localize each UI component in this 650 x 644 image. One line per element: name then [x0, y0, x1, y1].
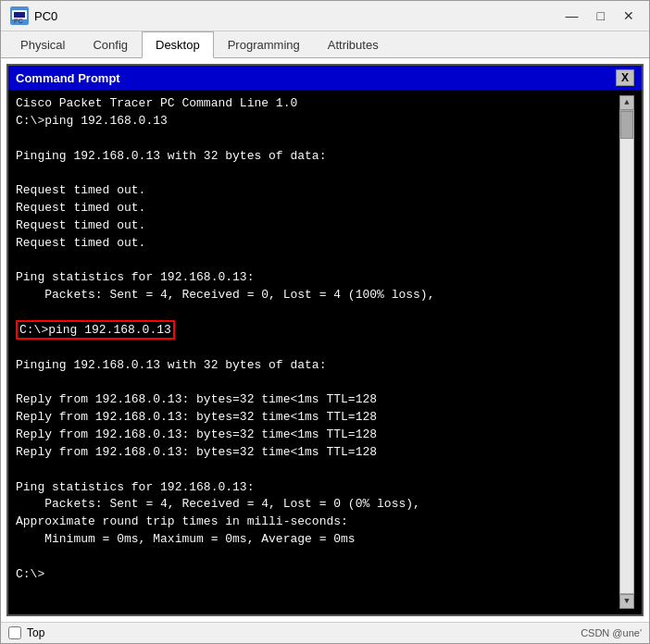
tab-config[interactable]: Config [79, 31, 142, 58]
window-controls: — □ ✕ [560, 6, 640, 25]
cmd-text-block2: Pinging 192.168.0.13 with 32 bytes of da… [16, 358, 420, 581]
watermark-text: CSDN @une' [581, 627, 642, 638]
scroll-down-arrow[interactable]: ▼ [619, 594, 634, 609]
top-label: Top [27, 626, 44, 639]
minimize-button[interactable]: — [560, 6, 584, 25]
main-window: PC PC0 — □ ✕ Physical Config Desktop Pro… [0, 0, 650, 644]
tab-programming[interactable]: Programming [214, 31, 314, 58]
bottom-bar: Top CSDN @une' [1, 622, 649, 643]
bottom-left: Top [8, 626, 44, 639]
close-button[interactable]: ✕ [618, 6, 640, 25]
scroll-up-arrow[interactable]: ▲ [619, 95, 634, 110]
cmd-text-block1: Cisco Packet Tracer PC Command Line 1.0 … [16, 96, 434, 302]
tab-attributes[interactable]: Attributes [314, 31, 393, 58]
app-icon: PC [10, 6, 29, 25]
scroll-track[interactable] [619, 110, 634, 594]
window-title: PC0 [34, 9, 57, 23]
command-prompt-window: Command Prompt X Cisco Packet Tracer PC … [6, 64, 644, 616]
cmd-title-text: Command Prompt [16, 71, 120, 85]
title-bar-left: PC PC0 [10, 6, 57, 25]
highlighted-command: C:\>ping 192.168.0.13 [16, 320, 175, 340]
svg-text:PC: PC [14, 18, 23, 24]
tab-desktop[interactable]: Desktop [142, 31, 214, 58]
cmd-content: Cisco Packet Tracer PC Command Line 1.0 … [16, 95, 619, 609]
cmd-title-bar: Command Prompt X [8, 66, 642, 90]
title-bar: PC PC0 — □ ✕ [1, 1, 649, 31]
cmd-scrollbar[interactable]: ▲ ▼ [619, 95, 634, 609]
cmd-close-button[interactable]: X [616, 69, 634, 86]
top-checkbox[interactable] [8, 626, 21, 639]
content-area: Command Prompt X Cisco Packet Tracer PC … [1, 58, 649, 622]
tab-physical[interactable]: Physical [6, 31, 79, 58]
maximize-button[interactable]: □ [592, 6, 610, 25]
tab-bar: Physical Config Desktop Programming Attr… [1, 31, 649, 58]
scroll-thumb[interactable] [620, 111, 633, 139]
cmd-body: Cisco Packet Tracer PC Command Line 1.0 … [8, 90, 642, 614]
